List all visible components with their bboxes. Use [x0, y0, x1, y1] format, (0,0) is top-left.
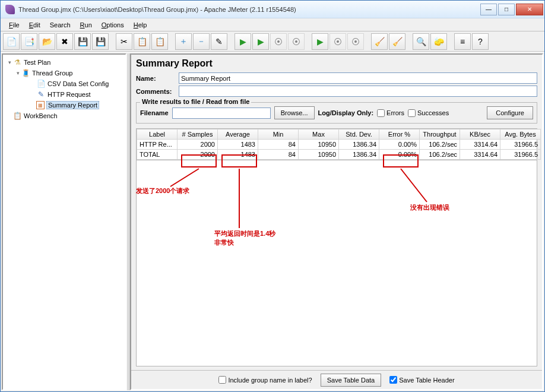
- flask-icon: ⚗: [12, 58, 22, 67]
- th-throughput[interactable]: Throughput: [420, 129, 460, 140]
- menu-run[interactable]: Run: [75, 20, 97, 30]
- clear-button[interactable]: 🧹: [371, 33, 388, 50]
- th-std[interactable]: Std. Dev.: [339, 129, 379, 140]
- table-row[interactable]: HTTP Re...2000148384109501386.340.00%106…: [137, 140, 541, 150]
- remote-stop-button[interactable]: ⦿: [347, 33, 364, 50]
- th-max[interactable]: Max: [299, 129, 339, 140]
- file-group-title: Write results to file / Read from file: [140, 98, 251, 105]
- save-as-button[interactable]: 💾: [92, 33, 109, 50]
- tree-csv[interactable]: 📄CSV Data Set Config: [4, 78, 124, 89]
- include-group-checkbox[interactable]: Include group name in label?: [218, 376, 312, 384]
- collapse-button[interactable]: －: [193, 33, 210, 50]
- fn-helper-button[interactable]: ≡: [454, 33, 471, 50]
- reset-search-button[interactable]: 🧽: [430, 33, 447, 50]
- menubar: File Edit Search Run Options Help: [1, 18, 544, 31]
- titlebar[interactable]: Thread Group.jmx (C:\Users\xiaot\Desktop…: [1, 1, 544, 18]
- results-table[interactable]: Label # Samples Average Min Max Std. Dev…: [136, 128, 537, 160]
- save-button[interactable]: 💾: [74, 33, 91, 50]
- comments-input[interactable]: [179, 86, 537, 97]
- save-header-checkbox[interactable]: Save Table Header: [389, 376, 454, 384]
- stop-button[interactable]: ⦿: [270, 33, 287, 50]
- copy-button[interactable]: 📋: [134, 33, 150, 50]
- name-label: Name:: [136, 75, 179, 82]
- http-icon: ✎: [36, 90, 46, 99]
- save-table-button[interactable]: Save Table Data: [321, 374, 382, 387]
- name-input[interactable]: [179, 72, 537, 84]
- th-kbsec[interactable]: KB/sec: [460, 129, 500, 140]
- filename-label: Filename: [140, 109, 169, 116]
- thread-icon: 🧵: [21, 68, 30, 78]
- table-row[interactable]: TOTAL2000148384109501386.340.00%106.2/se…: [137, 150, 541, 160]
- tree-pane[interactable]: ▾⚗Test Plan ▾🧵Thread Group 📄CSV Data Set…: [2, 53, 126, 390]
- menu-options[interactable]: Options: [97, 20, 129, 30]
- configure-button[interactable]: Configure: [487, 106, 533, 119]
- toolbar: 📄 📑 📂 ✖ 💾 💾 ✂ 📋 📋 ＋ － ✎ ▶ ▶ ⦿ ⦿ ▶ ⦿ ⦿ 🧹 …: [1, 31, 544, 52]
- filename-input[interactable]: [172, 108, 271, 119]
- browse-button[interactable]: Browse...: [274, 106, 315, 119]
- th-label[interactable]: Label: [137, 129, 178, 140]
- open-button[interactable]: 📂: [39, 33, 55, 50]
- workbench-icon: 📋: [12, 111, 22, 121]
- maximize-button[interactable]: □: [498, 4, 515, 15]
- start-notimers-button[interactable]: ▶: [252, 33, 269, 50]
- menu-file[interactable]: File: [4, 20, 24, 30]
- window-title: Thread Group.jmx (C:\Users\xiaot\Desktop…: [18, 6, 479, 13]
- remote-start-all-button[interactable]: ⦿: [329, 33, 346, 50]
- help-button-tb[interactable]: ?: [472, 33, 489, 50]
- bottom-bar: Include group name in label? Save Table …: [131, 370, 542, 389]
- new-button[interactable]: 📄: [3, 33, 20, 50]
- cut-button[interactable]: ✂: [116, 33, 132, 50]
- tree-workbench[interactable]: ▾📋WorkBench: [4, 110, 124, 121]
- th-min[interactable]: Min: [258, 129, 299, 140]
- errors-checkbox[interactable]: Errors: [377, 109, 404, 117]
- tree-testplan[interactable]: ▾⚗Test Plan: [4, 57, 124, 68]
- clear-all-button[interactable]: 🧹: [389, 33, 405, 50]
- minimize-button[interactable]: —: [480, 4, 497, 15]
- close-button-tb[interactable]: ✖: [56, 33, 73, 50]
- app-icon: [5, 5, 15, 14]
- paste-button[interactable]: 📋: [151, 33, 168, 50]
- logdisplay-label: Log/Display Only:: [318, 109, 374, 116]
- search-button-tb[interactable]: 🔍: [413, 33, 429, 50]
- th-average[interactable]: Average: [218, 129, 258, 140]
- table-empty-area: [136, 160, 537, 366]
- file-group: Write results to file / Read from file F…: [136, 102, 537, 124]
- remote-start-button[interactable]: ▶: [312, 33, 328, 50]
- page-title: Summary Report: [136, 58, 537, 69]
- menu-edit[interactable]: Edit: [24, 20, 45, 30]
- content-pane: Summary Report Name: Comments: Write res…: [130, 53, 543, 390]
- table-header-row: Label # Samples Average Min Max Std. Dev…: [137, 129, 541, 140]
- tree-summary[interactable]: ▦Summary Report: [4, 100, 124, 110]
- th-avgbytes[interactable]: Avg. Bytes: [500, 129, 541, 140]
- summary-icon: ▦: [36, 101, 45, 109]
- successes-checkbox[interactable]: Successes: [408, 109, 449, 117]
- start-button[interactable]: ▶: [235, 33, 251, 50]
- close-button[interactable]: ✕: [516, 4, 543, 15]
- templates-button[interactable]: 📑: [21, 33, 37, 50]
- tree-http[interactable]: ✎HTTP Request: [4, 89, 124, 100]
- th-samples[interactable]: # Samples: [178, 129, 218, 140]
- expand-button[interactable]: ＋: [175, 33, 192, 50]
- shutdown-button[interactable]: ⦿: [288, 33, 305, 50]
- csv-icon: 📄: [36, 79, 46, 88]
- toggle-button[interactable]: ✎: [211, 33, 227, 50]
- th-error[interactable]: Error %: [379, 129, 420, 140]
- app-window: Thread Group.jmx (C:\Users\xiaot\Desktop…: [0, 0, 545, 392]
- comments-label: Comments:: [136, 88, 179, 95]
- menu-search[interactable]: Search: [45, 20, 75, 30]
- main-area: ▾⚗Test Plan ▾🧵Thread Group 📄CSV Data Set…: [1, 52, 544, 391]
- tree-threadgroup[interactable]: ▾🧵Thread Group: [4, 68, 124, 78]
- menu-help[interactable]: Help: [129, 20, 152, 30]
